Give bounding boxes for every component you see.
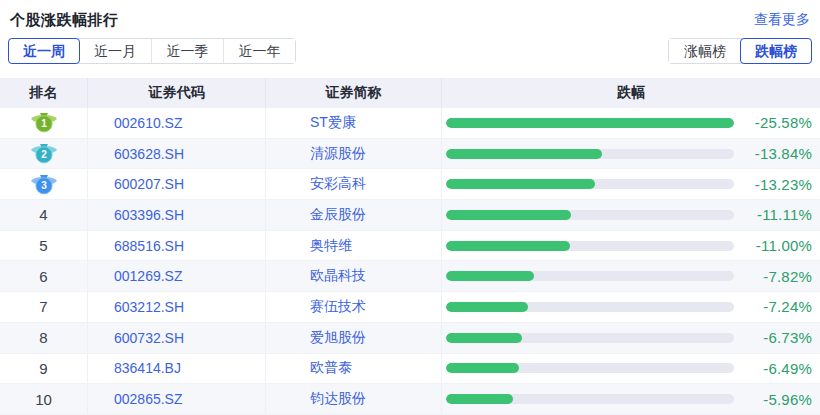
change-cell: -6.73% (442, 323, 820, 353)
period-tab-month[interactable]: 近一月 (79, 39, 151, 63)
decline-percent: -6.49% (734, 360, 812, 377)
rank-number: 7 (39, 298, 47, 315)
change-cell: -25.58% (442, 108, 820, 138)
code-cell: 600732.SH (88, 323, 266, 353)
rank-cell: 3 (0, 169, 88, 199)
name-cell: ST爱康 (266, 108, 442, 138)
stock-name-link[interactable]: 奥特维 (310, 237, 352, 255)
header-rank: 排名 (0, 78, 88, 108)
rank-number: 5 (39, 237, 47, 254)
change-cell: -6.49% (442, 354, 820, 384)
change-cell: -7.24% (442, 292, 820, 322)
rank-3-medal-icon: 3 (30, 174, 58, 195)
stock-name-link[interactable]: 欧普泰 (310, 359, 352, 377)
rank-number: 8 (39, 329, 47, 346)
decline-bar-track (446, 302, 734, 312)
decline-bar-track (446, 118, 734, 128)
period-tab-week[interactable]: 近一周 (8, 38, 80, 64)
change-cell: -13.23% (442, 169, 820, 199)
decline-percent: -7.24% (734, 298, 812, 315)
stock-code-link[interactable]: 603212.SH (114, 299, 184, 315)
name-cell: 欧普泰 (266, 354, 442, 384)
name-cell: 奥特维 (266, 231, 442, 261)
table-row[interactable]: 9836414.BJ欧普泰-6.49% (0, 354, 820, 385)
rank-cell: 10 (0, 384, 88, 414)
decline-bar-track (446, 363, 734, 373)
rank-cell: 8 (0, 323, 88, 353)
widget-header: 个股涨跌幅排行 查看更多 (0, 0, 820, 36)
decline-bar-fill (446, 179, 595, 189)
stock-code-link[interactable]: 600732.SH (114, 330, 184, 346)
table-row[interactable]: 1002610.SZST爱康-25.58% (0, 108, 820, 139)
board-toggle-group: 涨幅榜跌幅榜 (668, 38, 812, 64)
rank-number: 9 (39, 360, 47, 377)
stock-code-link[interactable]: 002610.SZ (114, 115, 183, 131)
period-tab-quarter[interactable]: 近一季 (151, 39, 223, 63)
table-row[interactable]: 8600732.SH爱旭股份-6.73% (0, 323, 820, 354)
change-cell: -13.84% (442, 139, 820, 169)
decline-bar-fill (446, 118, 734, 128)
board-tab-losers[interactable]: 跌幅榜 (740, 38, 812, 64)
decline-percent: -13.84% (734, 145, 812, 162)
rank-cell: 2 (0, 139, 88, 169)
ranking-table: 排名证券代码证券简称跌幅 1002610.SZST爱康-25.58%260362… (0, 78, 820, 415)
stock-name-link[interactable]: 赛伍技术 (310, 298, 366, 316)
page-title: 个股涨跌幅排行 (10, 11, 119, 30)
decline-bar-track (446, 394, 734, 404)
stock-code-link[interactable]: 836414.BJ (114, 360, 181, 376)
board-tab-gainers[interactable]: 涨幅榜 (669, 39, 741, 63)
toolbar: 近一周近一月近一季近一年 涨幅榜跌幅榜 (0, 36, 820, 66)
name-cell: 金辰股份 (266, 200, 442, 230)
table-row[interactable]: 5688516.SH奥特维-11.00% (0, 231, 820, 262)
stock-name-link[interactable]: 钧达股份 (310, 390, 366, 408)
stock-code-link[interactable]: 688516.SH (114, 238, 184, 254)
decline-percent: -25.58% (734, 114, 812, 131)
table-row[interactable]: 10002865.SZ钧达股份-5.96% (0, 384, 820, 415)
decline-bar-fill (446, 363, 519, 373)
decline-bar-fill (446, 149, 602, 159)
stock-code-link[interactable]: 002865.SZ (114, 391, 183, 407)
table-row[interactable]: 2603628.SH清源股份-13.84% (0, 139, 820, 170)
rank-number: 4 (39, 206, 47, 223)
rank-2-medal-icon: 2 (30, 143, 58, 164)
decline-percent: -11.11% (734, 206, 812, 223)
rank-cell: 4 (0, 200, 88, 230)
table-row[interactable]: 3600207.SH安彩高科-13.23% (0, 169, 820, 200)
name-cell: 欧晶科技 (266, 261, 442, 291)
view-more-link[interactable]: 查看更多 (754, 11, 810, 29)
rank-cell: 7 (0, 292, 88, 322)
period-tab-year[interactable]: 近一年 (223, 39, 295, 63)
decline-bar-fill (446, 394, 513, 404)
stock-name-link[interactable]: 爱旭股份 (310, 329, 366, 347)
rank-cell: 1 (0, 108, 88, 138)
stock-code-link[interactable]: 603628.SH (114, 146, 184, 162)
stock-name-link[interactable]: 欧晶科技 (310, 267, 366, 285)
change-cell: -5.96% (442, 384, 820, 414)
stock-code-link[interactable]: 600207.SH (114, 176, 184, 192)
stock-code-link[interactable]: 001269.SZ (114, 268, 183, 284)
table-row[interactable]: 4603396.SH金辰股份-11.11% (0, 200, 820, 231)
stock-name-link[interactable]: 金辰股份 (310, 206, 366, 224)
stock-name-link[interactable]: ST爱康 (310, 114, 356, 132)
decline-percent: -6.73% (734, 329, 812, 346)
change-cell: -11.00% (442, 231, 820, 261)
rank-cell: 9 (0, 354, 88, 384)
table-row[interactable]: 7603212.SH赛伍技术-7.24% (0, 292, 820, 323)
stock-name-link[interactable]: 清源股份 (310, 145, 366, 163)
stock-name-link[interactable]: 安彩高科 (310, 175, 366, 193)
change-cell: -11.11% (442, 200, 820, 230)
svg-text:2: 2 (41, 149, 47, 160)
decline-bar-track (446, 333, 734, 343)
code-cell: 603396.SH (88, 200, 266, 230)
decline-bar-track (446, 179, 734, 189)
name-cell: 安彩高科 (266, 169, 442, 199)
table-row[interactable]: 6001269.SZ欧晶科技-7.82% (0, 261, 820, 292)
code-cell: 603628.SH (88, 139, 266, 169)
name-cell: 钧达股份 (266, 384, 442, 414)
stock-code-link[interactable]: 603396.SH (114, 207, 184, 223)
decline-bar-fill (446, 271, 534, 281)
decline-percent: -7.82% (734, 268, 812, 285)
code-cell: 836414.BJ (88, 354, 266, 384)
decline-percent: -13.23% (734, 176, 812, 193)
code-cell: 688516.SH (88, 231, 266, 261)
